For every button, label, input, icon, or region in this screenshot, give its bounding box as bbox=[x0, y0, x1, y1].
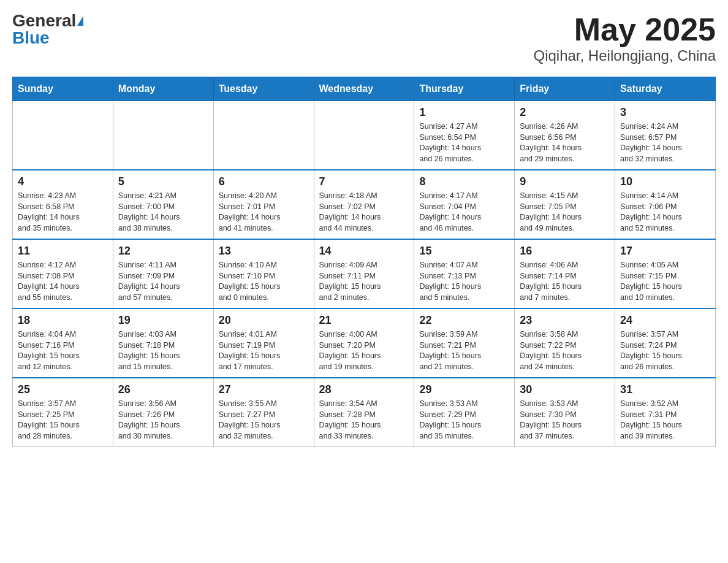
cell-1-4: 8Sunrise: 4:17 AM Sunset: 7:04 PM Daylig… bbox=[414, 170, 515, 239]
cell-1-3: 7Sunrise: 4:18 AM Sunset: 7:02 PM Daylig… bbox=[314, 170, 414, 239]
cell-3-1: 19Sunrise: 4:03 AM Sunset: 7:18 PM Dayli… bbox=[113, 308, 213, 378]
day-info: Sunrise: 4:18 AM Sunset: 7:02 PM Dayligh… bbox=[319, 191, 409, 234]
day-number: 16 bbox=[520, 245, 610, 258]
cell-4-4: 29Sunrise: 3:53 AM Sunset: 7:29 PM Dayli… bbox=[414, 378, 515, 447]
week-row-1: 1Sunrise: 4:27 AM Sunset: 6:54 PM Daylig… bbox=[13, 101, 716, 170]
day-info: Sunrise: 3:53 AM Sunset: 7:29 PM Dayligh… bbox=[419, 399, 509, 442]
cell-3-4: 22Sunrise: 3:59 AM Sunset: 7:21 PM Dayli… bbox=[414, 308, 515, 378]
cell-0-1 bbox=[113, 101, 213, 170]
cell-4-0: 25Sunrise: 3:57 AM Sunset: 7:25 PM Dayli… bbox=[13, 378, 113, 447]
cell-2-2: 13Sunrise: 4:10 AM Sunset: 7:10 PM Dayli… bbox=[213, 239, 314, 308]
day-info: Sunrise: 4:15 AM Sunset: 7:05 PM Dayligh… bbox=[520, 191, 610, 234]
col-sunday: Sunday bbox=[13, 77, 113, 101]
day-info: Sunrise: 4:05 AM Sunset: 7:15 PM Dayligh… bbox=[620, 260, 710, 303]
day-info: Sunrise: 3:57 AM Sunset: 7:24 PM Dayligh… bbox=[620, 329, 710, 372]
day-number: 31 bbox=[620, 383, 710, 396]
calendar-table: Sunday Monday Tuesday Wednesday Thursday… bbox=[12, 77, 716, 447]
cell-4-1: 26Sunrise: 3:56 AM Sunset: 7:26 PM Dayli… bbox=[113, 378, 213, 447]
cell-3-0: 18Sunrise: 4:04 AM Sunset: 7:16 PM Dayli… bbox=[13, 308, 113, 378]
logo-triangle-icon bbox=[77, 16, 83, 26]
day-info: Sunrise: 4:01 AM Sunset: 7:19 PM Dayligh… bbox=[219, 329, 309, 372]
logo: General Blue bbox=[12, 12, 83, 47]
cell-3-3: 21Sunrise: 4:00 AM Sunset: 7:20 PM Dayli… bbox=[314, 308, 414, 378]
day-number: 4 bbox=[18, 175, 108, 188]
cell-0-0 bbox=[13, 101, 113, 170]
day-number: 3 bbox=[620, 106, 710, 119]
day-number: 24 bbox=[620, 314, 710, 327]
cell-1-0: 4Sunrise: 4:23 AM Sunset: 6:58 PM Daylig… bbox=[13, 170, 113, 239]
day-info: Sunrise: 4:04 AM Sunset: 7:16 PM Dayligh… bbox=[18, 329, 108, 372]
cell-2-0: 11Sunrise: 4:12 AM Sunset: 7:08 PM Dayli… bbox=[13, 239, 113, 308]
day-info: Sunrise: 4:07 AM Sunset: 7:13 PM Dayligh… bbox=[419, 260, 509, 303]
cell-0-2 bbox=[213, 101, 314, 170]
day-info: Sunrise: 4:20 AM Sunset: 7:01 PM Dayligh… bbox=[219, 191, 309, 234]
day-number: 14 bbox=[319, 245, 409, 258]
week-row-4: 18Sunrise: 4:04 AM Sunset: 7:16 PM Dayli… bbox=[13, 308, 716, 378]
day-number: 15 bbox=[419, 245, 509, 258]
col-tuesday: Tuesday bbox=[213, 77, 314, 101]
cell-3-2: 20Sunrise: 4:01 AM Sunset: 7:19 PM Dayli… bbox=[213, 308, 314, 378]
day-number: 19 bbox=[118, 314, 208, 327]
day-info: Sunrise: 4:27 AM Sunset: 6:54 PM Dayligh… bbox=[419, 121, 509, 164]
day-info: Sunrise: 3:52 AM Sunset: 7:31 PM Dayligh… bbox=[620, 399, 710, 442]
day-info: Sunrise: 4:00 AM Sunset: 7:20 PM Dayligh… bbox=[319, 329, 409, 372]
cell-0-3 bbox=[314, 101, 414, 170]
day-info: Sunrise: 3:55 AM Sunset: 7:27 PM Dayligh… bbox=[219, 399, 309, 442]
month-title: May 2025 bbox=[533, 12, 716, 47]
day-info: Sunrise: 3:58 AM Sunset: 7:22 PM Dayligh… bbox=[520, 329, 610, 372]
cell-2-1: 12Sunrise: 4:11 AM Sunset: 7:09 PM Dayli… bbox=[113, 239, 213, 308]
day-number: 23 bbox=[520, 314, 610, 327]
day-number: 17 bbox=[620, 245, 710, 258]
col-saturday: Saturday bbox=[615, 77, 716, 101]
day-number: 25 bbox=[18, 383, 108, 396]
cell-1-6: 10Sunrise: 4:14 AM Sunset: 7:06 PM Dayli… bbox=[615, 170, 716, 239]
cell-0-5: 2Sunrise: 4:26 AM Sunset: 6:56 PM Daylig… bbox=[515, 101, 615, 170]
cell-4-6: 31Sunrise: 3:52 AM Sunset: 7:31 PM Dayli… bbox=[615, 378, 716, 447]
day-info: Sunrise: 4:11 AM Sunset: 7:09 PM Dayligh… bbox=[118, 260, 208, 303]
col-thursday: Thursday bbox=[414, 77, 515, 101]
cell-0-4: 1Sunrise: 4:27 AM Sunset: 6:54 PM Daylig… bbox=[414, 101, 515, 170]
day-info: Sunrise: 4:17 AM Sunset: 7:04 PM Dayligh… bbox=[419, 191, 509, 234]
cell-4-3: 28Sunrise: 3:54 AM Sunset: 7:28 PM Dayli… bbox=[314, 378, 414, 447]
day-info: Sunrise: 4:09 AM Sunset: 7:11 PM Dayligh… bbox=[319, 260, 409, 303]
location-title: Qiqihar, Heilongjiang, China bbox=[533, 47, 716, 64]
col-wednesday: Wednesday bbox=[314, 77, 414, 101]
cell-1-1: 5Sunrise: 4:21 AM Sunset: 7:00 PM Daylig… bbox=[113, 170, 213, 239]
day-info: Sunrise: 4:24 AM Sunset: 6:57 PM Dayligh… bbox=[620, 121, 710, 164]
day-number: 1 bbox=[419, 106, 509, 119]
day-number: 21 bbox=[319, 314, 409, 327]
day-info: Sunrise: 3:56 AM Sunset: 7:26 PM Dayligh… bbox=[118, 399, 208, 442]
day-info: Sunrise: 4:03 AM Sunset: 7:18 PM Dayligh… bbox=[118, 329, 208, 372]
page-header: General Blue May 2025 Qiqihar, Heilongji… bbox=[12, 12, 716, 64]
day-number: 7 bbox=[319, 175, 409, 188]
day-number: 29 bbox=[419, 383, 509, 396]
day-number: 6 bbox=[219, 175, 309, 188]
day-number: 13 bbox=[219, 245, 309, 258]
day-info: Sunrise: 4:10 AM Sunset: 7:10 PM Dayligh… bbox=[219, 260, 309, 303]
day-number: 27 bbox=[219, 383, 309, 396]
cell-4-2: 27Sunrise: 3:55 AM Sunset: 7:27 PM Dayli… bbox=[213, 378, 314, 447]
logo-general-text: General bbox=[12, 12, 76, 29]
day-number: 30 bbox=[520, 383, 610, 396]
cell-1-5: 9Sunrise: 4:15 AM Sunset: 7:05 PM Daylig… bbox=[515, 170, 615, 239]
day-info: Sunrise: 4:06 AM Sunset: 7:14 PM Dayligh… bbox=[520, 260, 610, 303]
day-number: 12 bbox=[118, 245, 208, 258]
cell-1-2: 6Sunrise: 4:20 AM Sunset: 7:01 PM Daylig… bbox=[213, 170, 314, 239]
day-number: 28 bbox=[319, 383, 409, 396]
day-number: 10 bbox=[620, 175, 710, 188]
logo-blue-text: Blue bbox=[12, 29, 50, 47]
day-number: 18 bbox=[18, 314, 108, 327]
day-info: Sunrise: 3:54 AM Sunset: 7:28 PM Dayligh… bbox=[319, 399, 409, 442]
calendar-header-row: Sunday Monday Tuesday Wednesday Thursday… bbox=[13, 77, 716, 101]
day-info: Sunrise: 4:21 AM Sunset: 7:00 PM Dayligh… bbox=[118, 191, 208, 234]
day-number: 26 bbox=[118, 383, 208, 396]
cell-2-3: 14Sunrise: 4:09 AM Sunset: 7:11 PM Dayli… bbox=[314, 239, 414, 308]
cell-0-6: 3Sunrise: 4:24 AM Sunset: 6:57 PM Daylig… bbox=[615, 101, 716, 170]
day-number: 11 bbox=[18, 245, 108, 258]
day-number: 22 bbox=[419, 314, 509, 327]
day-info: Sunrise: 3:57 AM Sunset: 7:25 PM Dayligh… bbox=[18, 399, 108, 442]
day-info: Sunrise: 4:26 AM Sunset: 6:56 PM Dayligh… bbox=[520, 121, 610, 164]
cell-2-6: 17Sunrise: 4:05 AM Sunset: 7:15 PM Dayli… bbox=[615, 239, 716, 308]
col-monday: Monday bbox=[113, 77, 213, 101]
cell-3-5: 23Sunrise: 3:58 AM Sunset: 7:22 PM Dayli… bbox=[515, 308, 615, 378]
